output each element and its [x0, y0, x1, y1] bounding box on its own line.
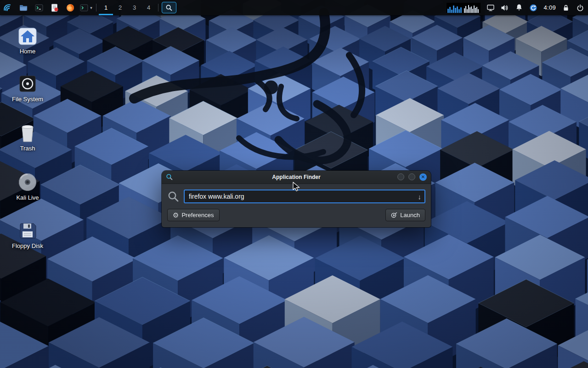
launch-button[interactable]: Launch [385, 209, 425, 221]
volume-icon [501, 4, 509, 12]
desktop-icon-label: Kali Live [16, 195, 39, 201]
applications-menu-button[interactable] [0, 0, 16, 15]
log-out-button[interactable] [576, 4, 584, 12]
desktop-icon-trash[interactable]: Trash [5, 123, 51, 152]
workspace-button-1[interactable]: 1 [99, 0, 113, 15]
file-manager-icon [19, 3, 28, 12]
desktop-icon-label: Home [20, 48, 36, 55]
file-manager-launcher[interactable] [16, 0, 31, 15]
home-icon [17, 27, 38, 46]
system-tray: 4:09 [445, 0, 588, 15]
search-icon [167, 190, 180, 203]
power-icon [576, 4, 584, 12]
panel-spacer [177, 0, 445, 15]
top-panel: ▾ 1 2 3 4 [0, 0, 588, 15]
desktop-icon-file-system[interactable]: File System [5, 74, 51, 103]
updates-icon [529, 4, 537, 12]
firefox-launcher[interactable] [62, 0, 78, 15]
window-controls: ✕ [397, 173, 427, 181]
panel-clock[interactable]: 4:09 [543, 4, 556, 11]
button-row: ⚙ Preferences Launch [167, 209, 425, 221]
window-title: Application Finder [162, 174, 431, 180]
maximize-button[interactable] [408, 173, 415, 180]
search-field: ↓ [184, 190, 425, 203]
desktop-icon-label: Trash [20, 145, 35, 152]
notifications-tray-icon[interactable] [515, 4, 523, 12]
workspace-button-3[interactable]: 3 [127, 0, 141, 15]
close-icon: ✕ [421, 175, 425, 179]
workspace-button-2[interactable]: 2 [113, 0, 127, 15]
close-button[interactable]: ✕ [419, 173, 427, 181]
firefox-icon [66, 3, 75, 12]
updates-tray-icon[interactable] [529, 4, 537, 12]
system-monitor-graph[interactable] [447, 3, 481, 13]
display-settings-tray-icon[interactable] [486, 4, 495, 12]
window-body: ↓ ⚙ Preferences Launch [162, 184, 431, 227]
lock-screen-button[interactable] [562, 4, 570, 12]
terminal-dropdown-icon [79, 3, 89, 12]
launch-icon [391, 212, 397, 218]
disc-icon [17, 172, 38, 192]
application-finder-icon [165, 4, 173, 12]
text-editor-launcher[interactable] [47, 0, 62, 15]
workspace-button-4[interactable]: 4 [141, 0, 156, 15]
floppy-disk-icon [18, 221, 37, 241]
display-icon [486, 4, 495, 12]
window-titlebar[interactable]: Application Finder ✕ [162, 171, 431, 184]
preferences-button-label: Preferences [181, 212, 214, 218]
launch-button-label: Launch [400, 212, 420, 218]
search-input[interactable] [189, 193, 418, 200]
preferences-button[interactable]: ⚙ Preferences [167, 209, 220, 221]
window-app-icon [166, 173, 173, 181]
terminal-launcher[interactable] [31, 0, 47, 15]
minimize-button[interactable] [397, 173, 404, 180]
chevron-down-icon[interactable]: ▾ [90, 6, 92, 10]
text-editor-icon [50, 3, 59, 12]
desktop-icon-kali-live[interactable]: Kali Live [5, 172, 51, 201]
desktop-icon-label: Floppy Disk [12, 243, 43, 249]
taskbar-application-finder[interactable] [162, 2, 176, 13]
terminal-icon [34, 3, 44, 12]
panel-separator [96, 4, 96, 12]
desktop-icon-home[interactable]: Home [5, 27, 51, 55]
lock-icon [562, 4, 570, 12]
gear-icon: ⚙ [173, 212, 179, 218]
application-finder-window: Application Finder ✕ ↓ ⚙ Preferences [162, 171, 431, 227]
kali-menu-icon [3, 3, 13, 13]
dropdown-arrow-icon[interactable]: ↓ [418, 193, 422, 200]
terminal-dropdown-launcher[interactable]: ▾ [78, 0, 94, 15]
trash-icon [18, 123, 37, 143]
notifications-bell-icon [515, 4, 523, 12]
search-row: ↓ [167, 190, 425, 203]
desktop-icon-label: File System [12, 96, 43, 103]
file-system-icon [17, 74, 38, 94]
panel-separator [158, 4, 158, 12]
volume-tray-icon[interactable] [501, 4, 509, 12]
desktop-icon-floppy-disk[interactable]: Floppy Disk [5, 221, 51, 249]
